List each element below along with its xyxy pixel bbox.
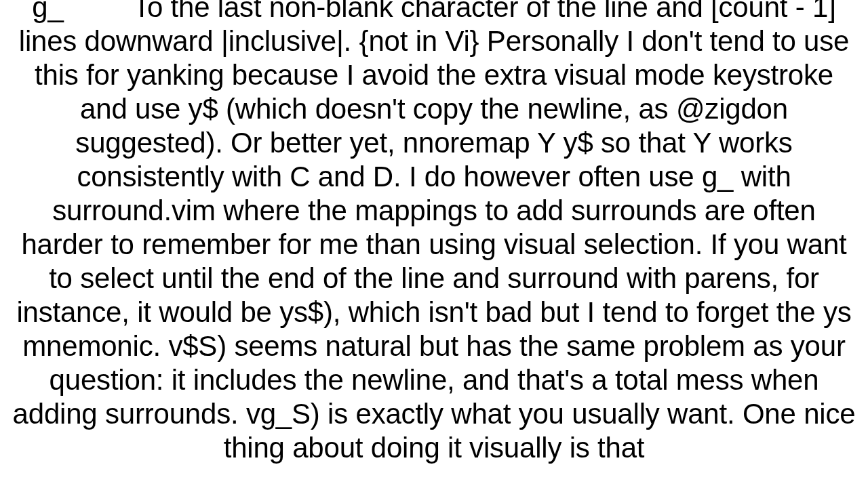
document-body: g_ To the last non-blank character of th… bbox=[0, 0, 868, 465]
body-text: g_ To the last non-blank character of th… bbox=[13, 0, 856, 464]
